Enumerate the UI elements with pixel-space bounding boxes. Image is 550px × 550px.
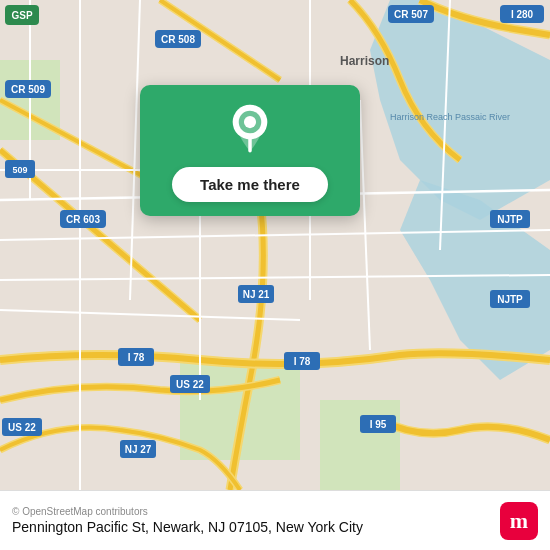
- take-me-there-button[interactable]: Take me there: [172, 167, 328, 202]
- svg-text:I 78: I 78: [294, 356, 311, 367]
- svg-rect-3: [320, 400, 400, 490]
- svg-text:I 280: I 280: [511, 9, 534, 20]
- svg-text:US 22: US 22: [8, 422, 36, 433]
- svg-text:Harrison Reach Passaic River: Harrison Reach Passaic River: [390, 112, 510, 122]
- svg-text:CR 603: CR 603: [66, 214, 100, 225]
- svg-text:I 78: I 78: [128, 352, 145, 363]
- map-container: GSP CR 509 CR 508 CR 507 I 280 509 CR 60…: [0, 0, 550, 490]
- svg-text:CR 507: CR 507: [394, 9, 428, 20]
- svg-text:I 95: I 95: [370, 419, 387, 430]
- address-text: Pennington Pacific St, Newark, NJ 07105,…: [12, 519, 363, 535]
- svg-text:Harrison: Harrison: [340, 54, 389, 68]
- svg-text:NJTP: NJTP: [497, 214, 523, 225]
- svg-text:CR 509: CR 509: [11, 84, 45, 95]
- svg-text:CR 508: CR 508: [161, 34, 195, 45]
- svg-text:NJ 21: NJ 21: [243, 289, 270, 300]
- moovit-logo[interactable]: m: [500, 502, 538, 540]
- bottom-bar: © OpenStreetMap contributors Pennington …: [0, 490, 550, 550]
- map-svg: GSP CR 509 CR 508 CR 507 I 280 509 CR 60…: [0, 0, 550, 490]
- svg-text:NJTP: NJTP: [497, 294, 523, 305]
- moovit-icon: m: [500, 502, 538, 540]
- bottom-left: © OpenStreetMap contributors Pennington …: [12, 506, 363, 535]
- svg-text:509: 509: [12, 165, 27, 175]
- location-card: Take me there: [140, 85, 360, 216]
- osm-credit: © OpenStreetMap contributors: [12, 506, 363, 517]
- pin-icon: [224, 103, 276, 155]
- svg-text:GSP: GSP: [11, 10, 32, 21]
- svg-text:US 22: US 22: [176, 379, 204, 390]
- svg-text:NJ 27: NJ 27: [125, 444, 152, 455]
